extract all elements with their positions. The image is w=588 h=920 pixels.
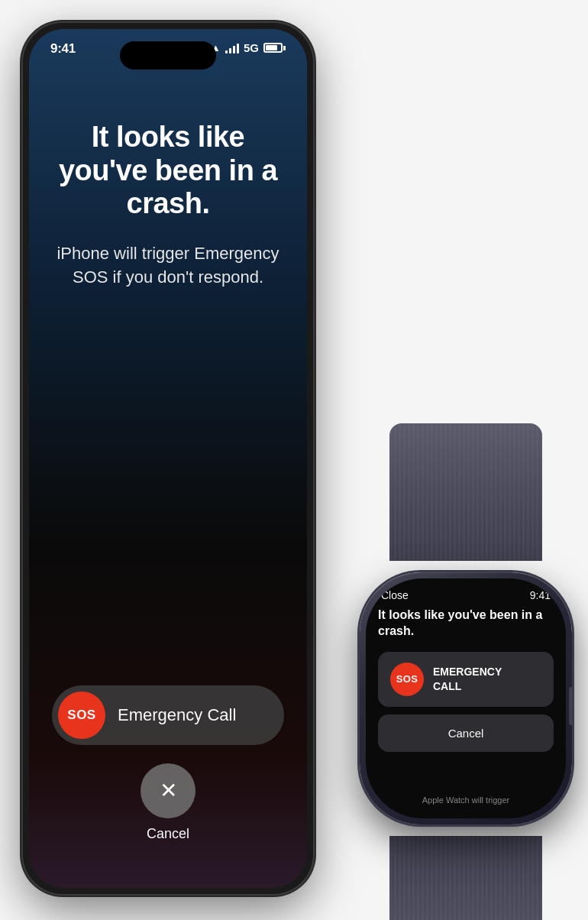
iphone-bottom-area: SOS Emergency Call ✕ Cancel (29, 685, 307, 842)
watch-sos-circle: SOS (390, 662, 424, 696)
signal-bar-3 (233, 46, 235, 53)
sos-circle: SOS (58, 692, 105, 739)
iphone-status-right: ▲ 5G (211, 41, 286, 54)
network-type: 5G (244, 41, 259, 54)
watch-sos-badge-text: SOS (396, 673, 418, 685)
signal-bar-2 (229, 48, 231, 53)
scene: 9:41 ▲ 5G (0, 0, 588, 920)
sos-slider[interactable]: SOS Emergency Call (52, 685, 284, 745)
watch-band-top (389, 423, 542, 561)
iphone-screen: 9:41 ▲ 5G (29, 29, 307, 888)
signal-bars (225, 43, 239, 53)
iphone-device: 9:41 ▲ 5G (23, 23, 313, 894)
watch-cancel-button[interactable]: Cancel (378, 714, 554, 752)
watch-footer-text: Apple Watch will trigger (422, 795, 510, 805)
emergency-call-label: Emergency Call (118, 705, 236, 725)
watch-status-bar: Close 9:41 (366, 578, 566, 607)
crash-subtitle: iPhone will trigger Emergency SOS if you… (52, 242, 284, 290)
watch-case: Close 9:41 It looks like you've been in … (360, 572, 572, 824)
watch-cancel-label: Cancel (448, 727, 484, 740)
cancel-button[interactable]: ✕ Cancel (141, 763, 195, 842)
watch-band-bottom (389, 836, 542, 920)
signal-bar-4 (237, 44, 239, 53)
crash-title: It looks like you've been in a crash. (52, 121, 284, 221)
battery-fill (266, 45, 277, 50)
cancel-circle: ✕ (141, 763, 195, 818)
sos-badge-text: SOS (67, 708, 95, 723)
cancel-label: Cancel (147, 826, 189, 842)
watch-content: It looks like you've been in a crash. SO… (366, 607, 566, 792)
watch-sos-button[interactable]: SOS EMERGENCYCALL (378, 652, 554, 707)
battery-body (263, 43, 283, 53)
watch-footer: Apple Watch will trigger (366, 792, 566, 818)
battery-tip (283, 46, 286, 50)
watch-screen: Close 9:41 It looks like you've been in … (366, 578, 566, 818)
battery-icon (263, 43, 286, 53)
iphone-time: 9:41 (50, 41, 76, 57)
dynamic-island (120, 41, 216, 70)
watch-time: 9:41 (530, 589, 551, 601)
watch-emergency-call-label: EMERGENCYCALL (433, 665, 502, 692)
cancel-x-icon: ✕ (160, 780, 177, 802)
watch-crown (569, 687, 572, 725)
signal-bar-1 (225, 50, 228, 53)
watch-crash-title: It looks like you've been in a crash. (378, 607, 554, 640)
watch-close-button[interactable]: Close (381, 589, 409, 601)
apple-watch-device: Close 9:41 It looks like you've been in … (344, 515, 588, 882)
